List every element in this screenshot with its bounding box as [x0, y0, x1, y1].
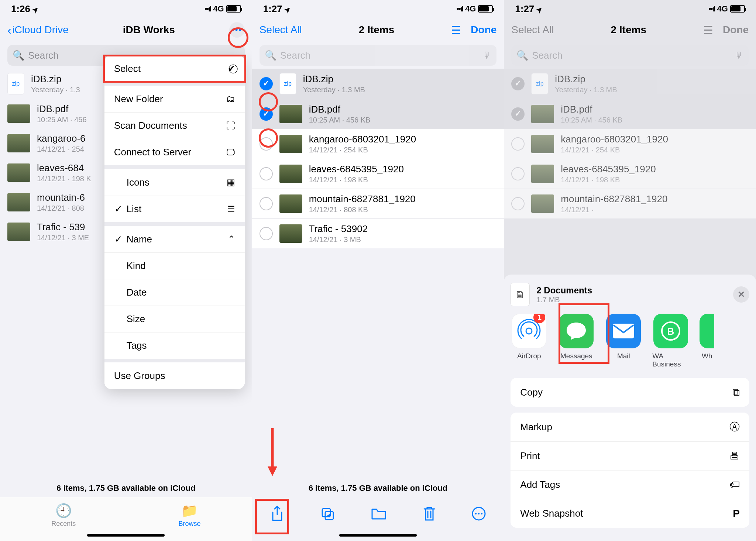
menu-sort-tags[interactable]: Tags	[104, 332, 245, 359]
file-name: iDB.zip	[31, 73, 80, 85]
signal-icon: ••ıl	[205, 5, 211, 13]
share-app-airdrop[interactable]: 1 AirDrop	[511, 314, 547, 368]
server-icon: 🖵	[226, 147, 235, 158]
image-thumbnail	[7, 223, 30, 241]
selection-checkbox[interactable]	[260, 107, 273, 121]
image-thumbnail	[279, 135, 302, 153]
tab-recents[interactable]: 🕘Recents	[51, 503, 76, 528]
file-name: Trafic - 539	[37, 221, 89, 233]
file-name: iDB.zip	[555, 73, 617, 85]
share-app-messages[interactable]: Messages	[558, 314, 595, 368]
share-button[interactable]	[270, 506, 285, 525]
battery-icon	[226, 5, 241, 13]
done-button: Done	[723, 24, 749, 36]
selection-checkbox[interactable]	[260, 167, 273, 180]
menu-scan-documents[interactable]: Scan Documents⛶	[104, 112, 245, 139]
selection-checkbox	[511, 197, 525, 210]
storage-info: 6 items, 1.75 GB available on iCloud	[252, 483, 504, 493]
menu-sort-name[interactable]: ✓Name⌃	[104, 226, 245, 252]
home-indicator[interactable]	[87, 534, 165, 537]
menu-sort-kind[interactable]: Kind	[104, 252, 245, 279]
search-field: 🔍 Search 🎙	[511, 45, 749, 66]
image-thumbnail	[7, 193, 30, 211]
file-row[interactable]: Trafic - 5390214/12/21 · 3 MB	[252, 218, 504, 248]
move-button[interactable]	[371, 507, 387, 524]
file-row[interactable]: kangaroo-6803201_192014/12/21 · 254 KB	[252, 129, 504, 159]
selection-checkbox[interactable]	[260, 227, 273, 240]
menu-sort-date[interactable]: Date	[104, 279, 245, 306]
file-name: mountain-6827881_1920	[309, 193, 416, 205]
tab-browse[interactable]: 📁Browse	[178, 503, 200, 528]
share-app-whatsapp[interactable]: Wh	[700, 314, 714, 368]
more-button[interactable]: •••	[229, 22, 245, 38]
menu-view-list[interactable]: ✓List☰	[104, 196, 245, 222]
messages-icon	[559, 314, 594, 348]
back-button[interactable]: ‹iCloud Drive	[7, 23, 69, 37]
svg-text:B: B	[667, 326, 674, 337]
select-all-button[interactable]: Select All	[260, 24, 302, 36]
image-thumbnail	[7, 163, 30, 182]
mic-icon[interactable]: 🎙	[482, 50, 491, 61]
whatsapp-icon	[700, 314, 714, 348]
status-bar: 1:27 ••ıl 4G	[504, 0, 756, 18]
menu-new-folder[interactable]: New Folder🗂︎	[104, 86, 245, 112]
share-apps-row[interactable]: 1 AirDrop Messages Mail B WA Business Wh	[511, 314, 749, 368]
wa-business-icon: B	[653, 314, 688, 348]
tag-icon: 🏷︎	[729, 479, 740, 491]
file-list: zipiDB.zipYesterday · 1.3 MBiDB.pdf10:25…	[252, 69, 504, 248]
selection-checkbox[interactable]	[260, 197, 273, 210]
selection-checkbox[interactable]	[260, 77, 273, 90]
svg-marker-7	[268, 466, 277, 476]
action-add-tags[interactable]: Add Tags🏷︎	[511, 470, 749, 499]
scan-icon: ⛶	[226, 121, 235, 131]
file-meta: 10:25 AM · 456	[37, 116, 87, 124]
file-row[interactable]: leaves-6845395_192014/12/21 · 198 KB	[252, 159, 504, 189]
file-name: mountain-6827881_1920	[561, 193, 667, 205]
document-icon: 🗎	[511, 283, 530, 306]
more-button[interactable]	[471, 506, 486, 524]
file-row: leaves-6845395_192014/12/21 · 198 KB	[504, 159, 756, 189]
action-copy[interactable]: Copy⧉	[511, 378, 749, 407]
file-meta: 14/12/21 · 254 KB	[309, 146, 416, 154]
file-row[interactable]: zipiDB.zipYesterday · 1.3 MB	[252, 69, 504, 99]
delete-button[interactable]	[423, 506, 436, 525]
status-bar: 1:26 ••ıl 4G	[0, 0, 252, 18]
duplicate-button[interactable]	[320, 506, 335, 524]
file-meta: 14/12/21 · 198 KB	[309, 176, 404, 184]
network-label: 4G	[717, 4, 728, 14]
close-button[interactable]: ✕	[733, 286, 749, 303]
nav-bar: Select All 2 Items ☰ Done	[504, 18, 756, 42]
file-name: kangaroo-6803201_1920	[309, 134, 416, 145]
storage-info: 6 items, 1.75 GB available on iCloud	[0, 483, 252, 493]
location-icon	[282, 3, 291, 14]
menu-use-groups[interactable]: Use Groups	[104, 362, 245, 389]
done-button[interactable]: Done	[471, 24, 496, 36]
menu-select[interactable]: Select✔︎⃝	[104, 55, 245, 82]
home-indicator[interactable]	[339, 534, 417, 537]
search-field[interactable]: 🔍 Search 🎙	[260, 45, 497, 66]
menu-connect-server[interactable]: Connect to Server🖵	[104, 139, 245, 165]
selection-count: 2 Items	[611, 24, 646, 36]
action-print[interactable]: Print🖶	[511, 441, 749, 470]
menu-sort-size[interactable]: Size	[104, 306, 245, 332]
svg-point-4	[478, 513, 480, 514]
menu-view-icons[interactable]: Icons▦	[104, 169, 245, 196]
file-row: kangaroo-6803201_192014/12/21 · 254 KB	[504, 129, 756, 159]
status-bar: 1:27 ••ıl 4G	[252, 0, 504, 18]
image-thumbnail	[7, 104, 30, 123]
action-web-snapshot[interactable]: Web SnapshotP	[511, 499, 749, 528]
selection-checkbox[interactable]	[260, 137, 273, 151]
file-meta: 14/12/21 · 3 ME	[37, 234, 89, 242]
file-meta: 14/12/21 · 198 KB	[561, 176, 656, 184]
share-app-wa-business[interactable]: B WA Business	[652, 314, 689, 368]
action-markup[interactable]: MarkupⒶ	[511, 413, 749, 441]
file-row[interactable]: mountain-6827881_192014/12/21 · 808 KB	[252, 189, 504, 218]
share-app-mail[interactable]: Mail	[605, 314, 642, 368]
list-toggle-button[interactable]: ☰	[451, 24, 461, 37]
clock-icon: 🕘	[55, 503, 72, 518]
file-name: iDB.pdf	[37, 103, 87, 115]
battery-icon	[730, 5, 745, 13]
mail-icon	[606, 314, 641, 348]
share-subtitle: 1.7 MB	[536, 296, 592, 304]
file-row[interactable]: iDB.pdf10:25 AM · 456 KB	[252, 99, 504, 129]
